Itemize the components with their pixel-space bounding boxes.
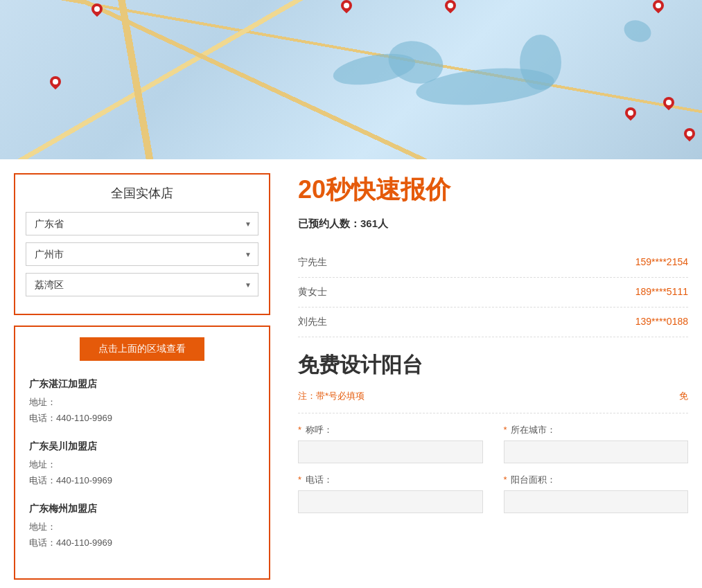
form-note: 注：带*号必填项 免 [298, 390, 688, 413]
design-title: 免费设计阳台 [298, 351, 688, 380]
province-select[interactable]: 广东省 [26, 212, 258, 235]
name-label: * 称呼： [298, 424, 483, 436]
quote-title: 20秒快速报价 [298, 173, 688, 207]
contact-phone-2: 189****5111 [635, 286, 688, 299]
city-label: * 所在城市： [504, 424, 689, 436]
reservation-unit: 人 [378, 217, 388, 229]
store-address-2: 地址： [29, 456, 255, 472]
store-address-3: 地址： [29, 519, 255, 535]
reservation-label: 已预约人数： [298, 217, 360, 229]
right-panel: 20秒快速报价 已预约人数：361人 宁先生 159****2154 黄女士 1… [284, 173, 702, 580]
store-list: 广东湛江加盟店 地址： 电话：440-110-9969 广东吴川加盟店 地址： … [15, 371, 269, 578]
form-group-city: * 所在城市： [504, 424, 689, 463]
store-phone-3: 电话：440-110-9969 [29, 535, 255, 551]
phone-input[interactable] [298, 490, 483, 513]
contact-name-1: 宁先生 [298, 256, 327, 269]
contact-phone-3: 139****0188 [635, 316, 688, 328]
search-area-button[interactable]: 点击上面的区域查看 [80, 337, 204, 361]
reservation-number: 361 [360, 217, 378, 229]
map-pin [90, 3, 104, 21]
map-pin [651, 0, 665, 18]
city-input[interactable] [504, 440, 689, 463]
contact-item-2: 黄女士 189****5111 [298, 278, 688, 308]
area-input[interactable] [504, 490, 689, 513]
form-note-text: 注：带*号必填项 [298, 391, 365, 401]
map-pin [340, 0, 353, 18]
form-group-phone: * 电话： [298, 474, 483, 513]
store-phone-2: 电话：440-110-9969 [29, 472, 255, 488]
store-address-1: 地址： [29, 394, 255, 410]
map-pin [49, 76, 62, 94]
contact-name-2: 黄女士 [298, 286, 327, 299]
store-name-2: 广东吴川加盟店 [29, 440, 255, 453]
store-list-box: 点击上面的区域查看 广东湛江加盟店 地址： 电话：440-110-9969 广东… [14, 326, 270, 580]
store-section-title: 全国实体店 [26, 185, 258, 202]
name-input[interactable] [298, 440, 483, 463]
phone-label: * 电话： [298, 474, 483, 486]
contact-list: 宁先生 159****2154 黄女士 189****5111 刘先生 139*… [298, 248, 688, 337]
form-group-name: * 称呼： [298, 424, 483, 463]
contact-item-1: 宁先生 159****2154 [298, 248, 688, 278]
reservation-count-line: 已预约人数：361人 [298, 217, 688, 238]
form-group-area: * 阳台面积： [504, 474, 689, 513]
main-content: 全国实体店 广东省 广州市 荔湾区 点击上面的区域查看 [0, 159, 702, 588]
map-pin [662, 97, 676, 115]
map-pin [683, 128, 696, 146]
area-label: * 阳台面积： [504, 474, 689, 486]
map-background [0, 0, 702, 159]
city-select[interactable]: 广州市 [26, 242, 258, 266]
store-item-3: 广东梅州加盟店 地址： 电话：440-110-9969 [29, 503, 255, 551]
form-note-right: 免 [679, 390, 688, 402]
city-select-wrapper: 广州市 [26, 242, 258, 266]
contact-phone-1: 159****2154 [635, 256, 688, 269]
store-item-1: 广东湛江加盟店 地址： 电话：440-110-9969 [29, 378, 255, 427]
left-panel: 全国实体店 广东省 广州市 荔湾区 点击上面的区域查看 [0, 173, 284, 580]
province-select-wrapper: 广东省 [26, 212, 258, 235]
district-select[interactable]: 荔湾区 [26, 273, 258, 296]
district-select-wrapper: 荔湾区 [26, 273, 258, 296]
contact-name-3: 刘先生 [298, 316, 327, 328]
store-name-3: 广东梅州加盟店 [29, 503, 255, 515]
store-item-2: 广东吴川加盟店 地址： 电话：440-110-9969 [29, 440, 255, 489]
map-pin [444, 0, 457, 18]
store-phone-1: 电话：440-110-9969 [29, 410, 255, 426]
store-name-1: 广东湛江加盟店 [29, 378, 255, 391]
form-row-1: * 称呼： * 所在城市： [298, 424, 688, 463]
form-row-2: * 电话： * 阳台面积： [298, 474, 688, 513]
map-section [0, 0, 702, 159]
contact-item-3: 刘先生 139****0188 [298, 308, 688, 337]
map-pin [624, 107, 638, 125]
store-selection-box: 全国实体店 广东省 广州市 荔湾区 [14, 173, 270, 315]
